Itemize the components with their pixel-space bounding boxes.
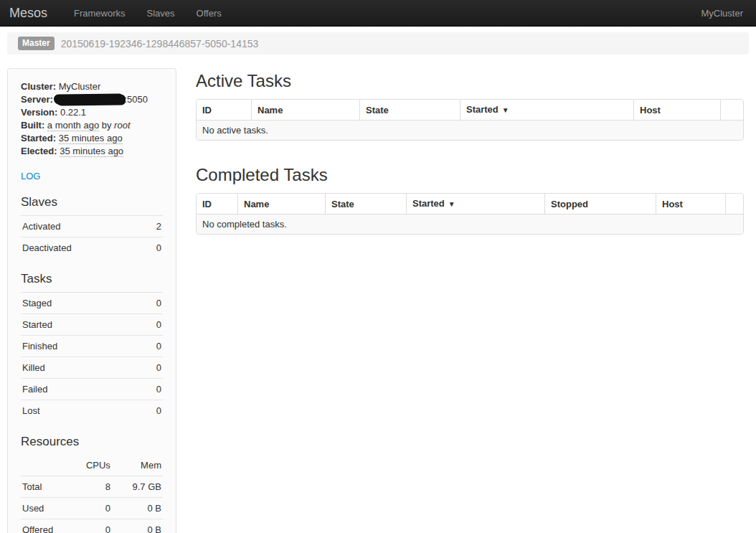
sidebar-panel: Cluster: MyCluster Server: :5050 Version… (7, 68, 176, 533)
completed-col-started[interactable]: Started▼ (406, 194, 544, 214)
brand-mesos[interactable]: Mesos (0, 6, 63, 21)
tasks-row-failed: Failed 0 (21, 378, 163, 400)
stat-label: Offered (22, 524, 75, 533)
stat-mem: 9.7 GB (110, 481, 161, 492)
completed-col-id[interactable]: ID (197, 194, 237, 214)
server-port: :5050 (124, 94, 148, 105)
tasks-row-staged: Staged 0 (21, 292, 163, 313)
active-col-started[interactable]: Started▼ (460, 100, 633, 120)
resources-header-spacer (22, 460, 75, 471)
sort-desc-icon: ▼ (448, 200, 455, 208)
version-label: Version: (21, 107, 57, 118)
cluster-value: MyCluster (59, 81, 101, 92)
stat-cpus: 0 (75, 503, 110, 514)
completed-col-actions (725, 194, 743, 214)
stat-label: Staged (22, 298, 52, 308)
stat-cpus: 0 (75, 524, 110, 533)
navbar-cluster-name: MyCluster (701, 8, 756, 19)
slaves-section-title: Slaves (21, 195, 163, 209)
built-info-line: Built: a month ago by root (21, 119, 163, 132)
resources-col-cpus: CPUs (75, 460, 110, 471)
server-info-line: Server: :5050 (21, 93, 163, 106)
active-col-id[interactable]: ID (197, 100, 251, 120)
completed-tasks-empty-row: No completed tasks. (197, 214, 743, 234)
built-label: Built: (21, 120, 44, 131)
tasks-row-lost: Lost 0 (21, 400, 163, 421)
built-by-word: by (102, 120, 112, 131)
stat-label: Used (22, 503, 75, 514)
stat-value: 0 (156, 319, 161, 330)
active-tasks-table: ID Name State Started▼ Host No active ta… (196, 99, 744, 141)
completed-col-state[interactable]: State (325, 194, 406, 214)
log-link[interactable]: LOG (21, 171, 40, 181)
built-value: a month ago (47, 120, 99, 131)
completed-tasks-empty-message: No completed tasks. (197, 214, 743, 234)
built-user: root (114, 120, 130, 131)
active-col-actions (720, 100, 743, 120)
sort-desc-icon: ▼ (502, 106, 509, 114)
resources-row-used: Used 0 0 B (21, 497, 163, 519)
active-col-name[interactable]: Name (251, 100, 359, 120)
elected-value: 35 minutes ago (60, 146, 123, 157)
stat-value: 2 (156, 221, 161, 232)
stat-label: Failed (22, 384, 47, 395)
resources-col-mem: Mem (110, 460, 161, 471)
completed-tasks-title: Completed Tasks (196, 165, 749, 185)
stat-mem: 0 B (110, 503, 161, 514)
slaves-row-deactivated: Deactivated 0 (21, 237, 163, 258)
stat-label: Killed (22, 362, 45, 373)
active-tasks-header-row: ID Name State Started▼ Host (197, 100, 743, 120)
col-started-label: Started (412, 198, 445, 209)
stat-label: Lost (22, 405, 40, 416)
top-navbar: Mesos Frameworks Slaves Offers MyCluster (0, 0, 756, 27)
server-address-redacted (55, 94, 124, 105)
stat-label: Total (22, 481, 75, 492)
completed-col-host[interactable]: Host (656, 194, 725, 214)
stat-value: 0 (156, 384, 161, 395)
completed-col-stopped[interactable]: Stopped (544, 194, 656, 214)
started-info-line: Started: 35 minutes ago (21, 132, 163, 145)
stat-cpus: 8 (75, 481, 110, 492)
stat-value: 0 (156, 341, 161, 352)
stat-label: Activated (22, 221, 60, 232)
stat-value: 0 (156, 298, 161, 308)
stat-label: Started (22, 319, 52, 330)
resources-section-title: Resources (21, 435, 163, 449)
completed-tasks-table: ID Name State Started▼ Stopped Host No c… (196, 193, 744, 235)
stat-label: Finished (22, 341, 57, 352)
version-value: 0.22.1 (60, 107, 86, 118)
stat-label: Deactivated (22, 242, 72, 253)
master-badge: Master (18, 37, 55, 50)
col-started-label: Started (466, 104, 499, 115)
nav-item-slaves[interactable]: Slaves (136, 0, 186, 27)
active-col-host[interactable]: Host (633, 100, 720, 120)
completed-col-name[interactable]: Name (237, 194, 325, 214)
nav-item-offers[interactable]: Offers (186, 0, 232, 27)
breadcrumb: Master 20150619-192346-1298446857-5050-1… (7, 32, 749, 55)
main-content: Active Tasks ID Name State Started▼ Host… (196, 68, 749, 235)
elected-info-line: Elected: 35 minutes ago (21, 145, 163, 158)
resources-row-offered: Offered 0 0 B (21, 519, 163, 533)
tasks-row-killed: Killed 0 (21, 357, 163, 378)
version-info-line: Version: 0.22.1 (21, 106, 163, 119)
completed-tasks-header-row: ID Name State Started▼ Stopped Host (197, 194, 743, 214)
active-tasks-empty-message: No active tasks. (197, 120, 743, 140)
stat-value: 0 (156, 405, 161, 416)
cluster-info-line: Cluster: MyCluster (21, 80, 163, 93)
master-id: 20150619-192346-1298446857-5050-14153 (61, 38, 259, 49)
active-col-state[interactable]: State (359, 100, 460, 120)
elected-label: Elected: (21, 146, 57, 156)
stat-value: 0 (156, 242, 161, 253)
stat-value: 0 (156, 362, 161, 373)
stat-mem: 0 B (110, 524, 161, 533)
resources-header-row: CPUs Mem (21, 455, 163, 476)
tasks-section-title: Tasks (21, 272, 163, 286)
tasks-row-finished: Finished 0 (21, 335, 163, 357)
nav-item-frameworks[interactable]: Frameworks (63, 0, 136, 27)
resources-row-total: Total 8 9.7 GB (21, 476, 163, 497)
tasks-row-started: Started 0 (21, 313, 163, 335)
active-tasks-empty-row: No active tasks. (197, 120, 743, 140)
started-value: 35 minutes ago (59, 133, 123, 144)
server-label: Server: (21, 94, 53, 105)
started-label: Started: (21, 133, 56, 143)
